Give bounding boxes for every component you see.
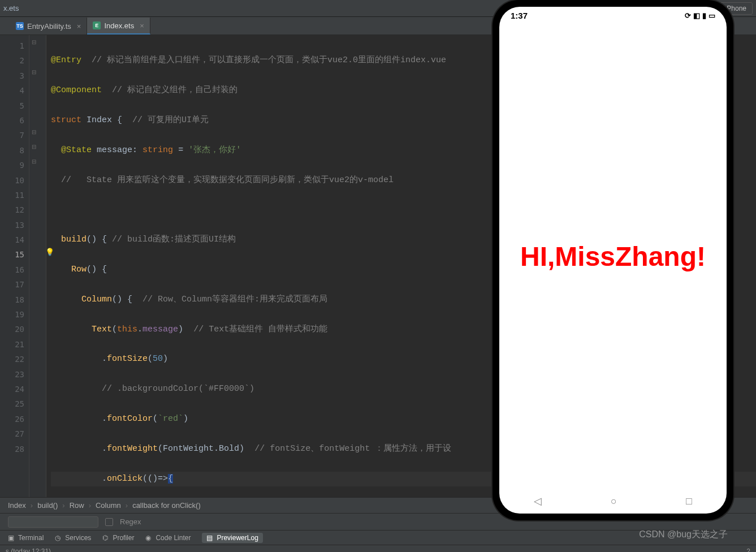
active-file-ext: x.ets bbox=[3, 4, 19, 12]
status-left: s (today 12:31) bbox=[6, 547, 51, 553]
regex-label: Regex bbox=[120, 518, 141, 526]
bottom-tool-tabs: ▣Terminal ◷Services ⌬Profiler ◉Code Lint… bbox=[0, 530, 756, 545]
crumb[interactable]: build() bbox=[37, 501, 58, 510]
recent-icon[interactable]: □ bbox=[686, 495, 692, 507]
phone-content[interactable]: HI,MissZhang! bbox=[499, 24, 727, 489]
signal-icon: ▮ bbox=[702, 11, 706, 20]
find-input[interactable] bbox=[8, 516, 98, 528]
tab-terminal[interactable]: ▣Terminal bbox=[8, 534, 44, 542]
home-icon[interactable]: ○ bbox=[611, 495, 617, 507]
tab-previewerlog[interactable]: ▤PreviewerLog bbox=[202, 533, 262, 543]
phone-status-bar: 1:37 ⟳ ◧ ▮ ▭ bbox=[499, 7, 727, 24]
phone-previewer: 1:37 ⟳ ◧ ▮ ▭ HI,MissZhang! ◁ ○ □ bbox=[493, 0, 733, 520]
preview-text[interactable]: HI,MissZhang! bbox=[520, 241, 706, 272]
tab-index[interactable]: E Index.ets × bbox=[87, 18, 150, 34]
tab-label: Index.ets bbox=[104, 21, 134, 30]
crumb[interactable]: callback for onClick() bbox=[132, 501, 201, 510]
crumb[interactable]: Row bbox=[70, 501, 84, 510]
phone-time: 1:37 bbox=[511, 11, 528, 20]
phone-screen: 1:37 ⟳ ◧ ▮ ▭ HI,MissZhang! ◁ ○ □ bbox=[499, 7, 727, 514]
fold-icon[interactable]: ⊟ bbox=[32, 39, 36, 45]
wifi-icon: ◧ bbox=[693, 11, 700, 20]
close-icon[interactable]: × bbox=[77, 22, 81, 31]
fold-marker-column: ⊟ ⊟ ⊟ ⊟ ⊟ 💡 bbox=[29, 35, 46, 497]
tab-profiler[interactable]: ⌬Profiler bbox=[102, 534, 134, 542]
battery-icon: ▭ bbox=[709, 11, 715, 20]
line-gutter[interactable]: 1 2 3 4 5 6 7 8 9 10 11 12 13 14 15 16 1… bbox=[0, 35, 29, 497]
ets-file-icon: E bbox=[93, 21, 101, 29]
back-icon[interactable]: ◁ bbox=[534, 495, 542, 507]
fold-icon[interactable]: ⊟ bbox=[32, 69, 36, 75]
close-icon[interactable]: × bbox=[140, 21, 144, 30]
regex-checkbox[interactable] bbox=[105, 518, 113, 526]
phone-status-icons: ⟳ ◧ ▮ ▭ bbox=[685, 11, 715, 20]
phone-nav-bar: ◁ ○ □ bbox=[499, 489, 727, 514]
fold-icon[interactable]: ⊟ bbox=[32, 158, 36, 165]
ts-file-icon: TS bbox=[16, 22, 24, 30]
fold-icon[interactable]: ⊟ bbox=[32, 129, 36, 135]
status-right: 2 bbox=[746, 547, 750, 553]
crumb[interactable]: Column bbox=[96, 501, 121, 510]
status-bar: s (today 12:31) 2 bbox=[0, 545, 756, 552]
tab-codelinter[interactable]: ◉Code Linter bbox=[145, 534, 191, 542]
bt-icon: ⟳ bbox=[685, 11, 691, 20]
tab-entryability[interactable]: TS EntryAbility.ts × bbox=[10, 18, 87, 34]
fold-icon[interactable]: ⊟ bbox=[32, 144, 36, 150]
tab-services[interactable]: ◷Services bbox=[55, 534, 91, 542]
tab-label: EntryAbility.ts bbox=[27, 22, 71, 31]
crumb[interactable]: Index bbox=[8, 501, 26, 510]
